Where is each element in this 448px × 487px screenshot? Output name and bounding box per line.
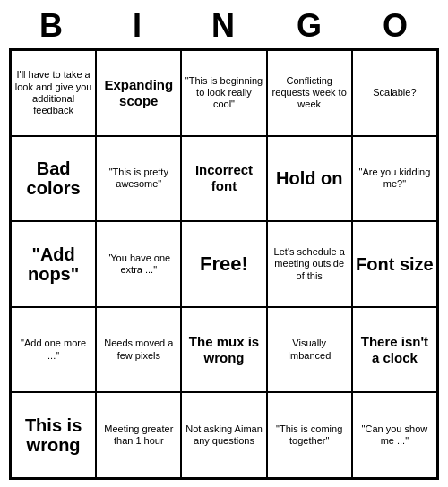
cell-23: "This is coming together"	[267, 392, 352, 478]
cell-12: Free!	[181, 221, 266, 307]
cell-7: Incorrect font	[181, 136, 266, 222]
title-o: O	[353, 7, 439, 45]
bingo-grid: I'll have to take a look and give you ad…	[9, 48, 439, 480]
cell-9: "Are you kidding me?"	[352, 136, 437, 222]
cell-8: Hold on	[267, 136, 352, 222]
title-i: I	[95, 7, 181, 45]
cell-18: Visually Imbanced	[267, 307, 352, 393]
cell-10: "Add nops"	[11, 221, 96, 307]
cell-6: "This is pretty awesome"	[96, 136, 181, 222]
cell-2: "This is beginning to look really cool"	[181, 50, 266, 136]
cell-20: This is wrong	[11, 392, 96, 478]
cell-24: "Can you show me ..."	[352, 392, 437, 478]
cell-19: There isn't a clock	[352, 307, 437, 393]
title-b: B	[9, 7, 95, 45]
bingo-title: B I N G O	[9, 7, 439, 45]
cell-5: Bad colors	[11, 136, 96, 222]
cell-16: Needs moved a few pixels	[96, 307, 181, 393]
cell-14: Font size	[352, 221, 437, 307]
cell-22: Not asking Aiman any questions	[181, 392, 266, 478]
cell-17: The mux is wrong	[181, 307, 266, 393]
title-g: G	[267, 7, 353, 45]
cell-4: Scalable?	[352, 50, 437, 136]
cell-3: Conflicting requests week to week	[267, 50, 352, 136]
cell-1: Expanding scope	[96, 50, 181, 136]
cell-15: "Add one more ..."	[11, 307, 96, 393]
title-n: N	[181, 7, 267, 45]
cell-13: Let's schedule a meeting outside of this	[267, 221, 352, 307]
cell-0: I'll have to take a look and give you ad…	[11, 50, 96, 136]
cell-11: "You have one extra ..."	[96, 221, 181, 307]
cell-21: Meeting greater than 1 hour	[96, 392, 181, 478]
